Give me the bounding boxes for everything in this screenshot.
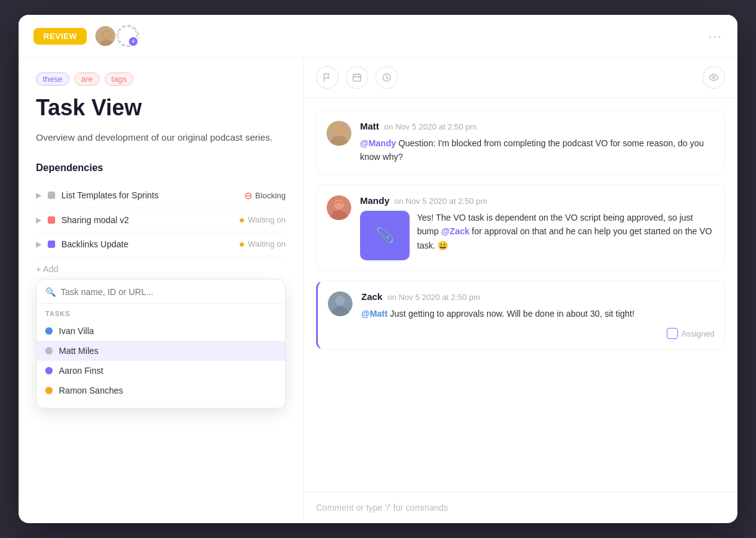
svg-point-15 [335,296,345,306]
waiting-icon: ● [239,239,245,250]
mention-mandy: @Mandy [360,138,396,148]
comment-header: Mandy on Nov 5 2020 at 2:50 pm [360,195,714,206]
chevron-right-icon[interactable]: ▶ [36,240,42,249]
search-input-row: 🔍 [37,287,285,304]
dependency-item: ▶ Backlinks Update ● Waiting on [36,232,286,257]
dependency-item: ▶ List Templates for Sprints ⊖ Blocking [36,183,286,208]
svg-rect-5 [353,74,361,81]
header: REVIEW + ··· [19,15,737,58]
task-description: Overview and development of our original… [36,130,286,145]
avatar-add[interactable]: + [116,25,139,47]
dep-status-dot [48,216,55,224]
dep-name[interactable]: Backlinks Update [61,239,232,249]
mention-zack: @Zack [441,226,470,236]
comment-header: Matt on Nov 5 2020 at 2:50 pm [360,121,714,131]
comment-body-mandy: Mandy on Nov 5 2020 at 2:50 pm 📎 Yes! Th… [360,195,714,260]
review-badge[interactable]: REVIEW [33,28,87,45]
comment-author: Mandy [360,195,390,206]
calendar-icon-button[interactable] [346,66,368,89]
svg-point-12 [334,200,344,209]
comment-body-zack: Zack on Nov 5 2020 at 2:50 pm @Matt Just… [361,291,714,339]
eye-icon-button[interactable] [703,66,725,89]
mention-matt: @Matt [361,309,387,319]
comment-card-zack: Zack on Nov 5 2020 at 2:50 pm @Matt Just… [316,281,725,350]
comment-body-matt: Matt on Nov 5 2020 at 2:50 pm @Mandy Que… [360,121,714,164]
svg-point-7 [713,76,715,79]
dep-status-dot [48,192,55,199]
task-option-ramon[interactable]: Ramon Sanches [37,381,285,400]
mandy-comment-content: 📎 Yes! The VO task is dependent on the V… [360,211,714,260]
comment-text: Yes! The VO task is dependent on the VO … [417,211,714,260]
comment-input-placeholder: Comment or type '/' for commands [316,503,448,513]
waiting-icon: ● [239,214,245,226]
tag-are[interactable]: are [74,73,100,86]
task-name: Matt Miles [59,346,99,356]
avatar-matt [94,25,116,47]
comment-input-area[interactable]: Comment or type '/' for commands [304,492,737,523]
assigned-label: Assigned [682,329,714,338]
dep-name[interactable]: Sharing modal v2 [61,215,232,225]
clock-icon-button[interactable] [376,66,398,89]
svg-point-9 [334,125,344,135]
task-title: Task View [36,95,286,120]
paperclip-icon: 📎 [376,227,394,244]
comment-author: Matt [360,121,379,131]
comment-time: on Nov 5 2020 at 2:50 pm [387,293,480,302]
comment-card-mandy: Mandy on Nov 5 2020 at 2:50 pm 📎 Yes! Th… [316,185,725,271]
comment-author: Zack [361,291,382,302]
tags-row: these are tags [36,73,286,86]
blocking-icon: ⊖ [244,190,252,201]
more-options-button[interactable]: ··· [708,29,723,43]
task-dot-icon [45,327,53,335]
attachment-preview[interactable]: 📎 [360,211,410,260]
dep-status: ● Waiting on [239,214,286,226]
assigned-checkbox[interactable] [667,328,678,339]
dep-status-label: Blocking [255,191,286,200]
dependencies-title: Dependencies [36,162,286,174]
dep-status-label: Waiting on [248,239,286,249]
svg-point-3 [103,31,110,38]
avatar-group: + [94,25,139,47]
comment-text: @Matt Just getting to approvals now. Wil… [361,307,714,320]
comment-text: @Mandy Question: I'm blocked from comple… [360,136,714,164]
task-option-ivan[interactable]: Ivan Villa [37,321,285,341]
dep-status-dot [48,240,55,248]
avatar-zack [328,291,353,316]
assigned-badge: Assigned [361,328,714,339]
task-dot-icon [45,347,53,355]
chevron-right-icon[interactable]: ▶ [36,216,42,224]
main-layout: these are tags Task View Overview and de… [19,58,737,523]
task-name: Aaron Finst [59,366,103,376]
task-name: Ramon Sanches [59,386,123,395]
dep-status: ● Waiting on [239,239,286,250]
dep-name[interactable]: List Templates for Sprints [61,190,238,200]
task-dot-icon [45,387,53,394]
left-panel: these are tags Task View Overview and de… [19,58,304,523]
task-dot-icon [45,367,53,374]
comments-area: Matt on Nov 5 2020 at 2:50 pm @Mandy Que… [304,98,737,492]
dep-status-label: Waiting on [248,215,286,224]
tasks-section-label: TASKS [37,304,285,321]
tag-tags[interactable]: tags [105,73,134,86]
dependency-item: ▶ Sharing modal v2 ● Waiting on [36,208,286,232]
right-toolbar [304,58,737,98]
add-dependency-button[interactable]: + Add [36,264,286,274]
task-name: Ivan Villa [59,326,94,336]
task-search-dropdown: 🔍 TASKS Ivan Villa Matt Miles Aaron Fins… [36,279,286,408]
chevron-right-icon[interactable]: ▶ [36,191,42,200]
comment-card-matt: Matt on Nov 5 2020 at 2:50 pm @Mandy Que… [316,110,725,175]
avatar-matt [327,121,351,146]
task-option-aaron[interactable]: Aaron Finst [37,361,285,381]
search-input[interactable] [61,287,276,297]
flag-icon-button[interactable] [316,66,338,89]
search-icon: 🔍 [45,287,56,297]
comment-time: on Nov 5 2020 at 2:50 pm [395,196,488,206]
task-option-matt[interactable]: Matt Miles [37,341,285,361]
comment-time: on Nov 5 2020 at 2:50 pm [384,122,477,131]
comment-header: Zack on Nov 5 2020 at 2:50 pm [361,291,714,302]
avatar-mandy [327,195,351,220]
right-panel: Matt on Nov 5 2020 at 2:50 pm @Mandy Que… [304,58,737,523]
tag-these[interactable]: these [36,73,69,86]
dep-status: ⊖ Blocking [244,190,286,201]
